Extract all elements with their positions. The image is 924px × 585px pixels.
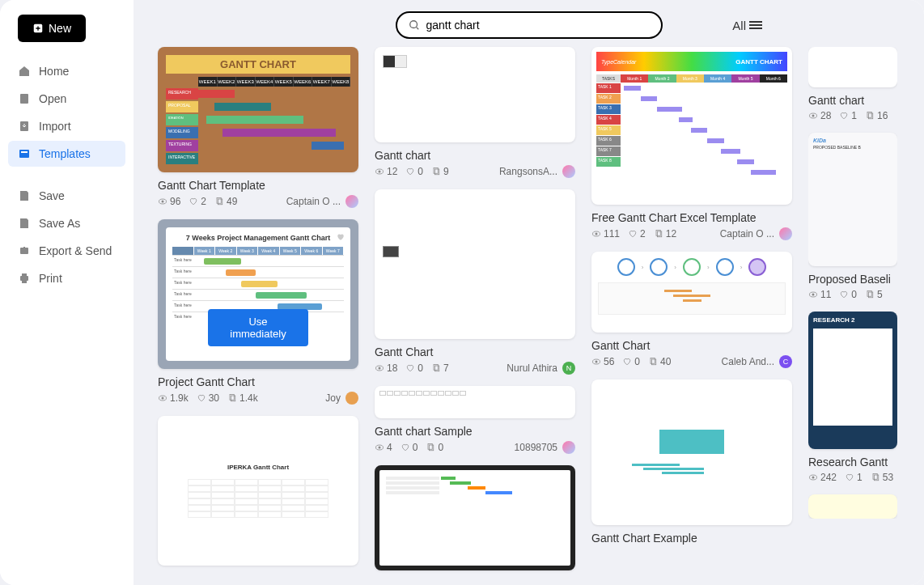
import-icon xyxy=(18,120,31,133)
search-input[interactable] xyxy=(426,19,650,32)
template-thumbnail xyxy=(375,465,575,570)
eye-icon xyxy=(158,393,167,403)
template-thumbnail: RESEARCH 2 xyxy=(808,312,897,449)
template-title: Gantt Chart Template xyxy=(158,179,358,192)
nav-export[interactable]: Export & Send xyxy=(8,238,125,264)
print-icon xyxy=(18,272,31,285)
copy-icon xyxy=(871,473,880,482)
svg-point-15 xyxy=(162,397,164,400)
copy-icon xyxy=(431,167,441,176)
eye-icon xyxy=(591,357,601,367)
nav-export-label: Export & Send xyxy=(39,244,112,257)
topbar: All xyxy=(134,3,924,47)
template-thumbnail: › › › › xyxy=(591,252,792,333)
template-card[interactable]: Gantt chart 28 1 16 xyxy=(808,47,897,121)
template-stats: 1.9k 30 1.4k xyxy=(158,392,258,404)
template-thumbnail xyxy=(375,386,575,418)
svg-rect-24 xyxy=(434,365,438,371)
template-card[interactable]: KiDa PROPOSED BASELINE B Proposed Baseli… xyxy=(808,133,897,300)
template-card[interactable] xyxy=(808,494,897,519)
svg-rect-48 xyxy=(873,474,877,480)
svg-rect-44 xyxy=(867,291,871,297)
nav-open-label: Open xyxy=(39,92,66,105)
svg-point-43 xyxy=(812,294,815,296)
svg-rect-32 xyxy=(656,231,660,236)
use-immediately-button[interactable]: Use immediately xyxy=(208,309,308,346)
avatar xyxy=(562,165,575,178)
eye-icon xyxy=(808,290,818,299)
save-as-icon xyxy=(18,217,31,230)
template-card[interactable]: › › › › Gantt Chart xyxy=(591,252,792,368)
thumb-title: IPERKA Gantt Chart xyxy=(227,464,289,471)
heart-icon xyxy=(401,443,410,452)
templates-icon xyxy=(18,147,31,160)
template-stats: 18 0 7 xyxy=(375,362,449,374)
template-stats: 56 0 40 xyxy=(591,356,671,367)
template-card[interactable]: IPERKA Gantt Chart xyxy=(158,416,358,566)
file-icon xyxy=(18,92,31,105)
nav-save-as[interactable]: Save As xyxy=(8,210,125,236)
template-author: Caleb And...C xyxy=(722,355,792,368)
template-title: Gantt chart Sample xyxy=(375,425,575,438)
plus-icon xyxy=(32,23,44,34)
copy-icon xyxy=(426,443,435,452)
template-card[interactable]: Gantt Chart 18 0 7 Nurul AthiraN xyxy=(375,189,575,375)
template-card[interactable]: Gantt chart 12 0 9 RangsonsA... xyxy=(375,47,575,178)
template-card[interactable] xyxy=(375,465,575,570)
menu-icon xyxy=(749,19,762,31)
template-stats: 11 0 5 xyxy=(808,289,883,300)
nav-templates[interactable]: Templates xyxy=(8,141,125,167)
copy-icon xyxy=(865,111,875,121)
svg-rect-7 xyxy=(22,273,27,276)
svg-rect-4 xyxy=(21,151,28,153)
template-card[interactable]: TypeCalendarGANTT CHART TASKSMonth 1Mont… xyxy=(591,47,792,240)
avatar xyxy=(562,441,575,454)
new-button[interactable]: New xyxy=(18,15,86,42)
template-stats: 96 2 49 xyxy=(158,196,237,207)
nav-print-label: Print xyxy=(39,272,62,285)
nav-save[interactable]: Save xyxy=(8,183,125,209)
template-thumbnail: KiDa PROPOSED BASELINE B xyxy=(808,133,897,266)
template-card[interactable]: GANTT CHART WEEK1WEEK2WEEK3WEEK4WEEK5WEE… xyxy=(158,47,358,208)
svg-rect-16 xyxy=(230,395,234,401)
app-container: New Home Open Import Templates Save Save… xyxy=(0,0,924,585)
search-box[interactable] xyxy=(396,11,663,39)
template-thumbnail: 7 Weeks Project Management Gantt Chart W… xyxy=(158,219,358,369)
svg-rect-41 xyxy=(869,113,873,119)
avatar xyxy=(779,227,792,240)
nav-print[interactable]: Print xyxy=(8,265,125,291)
favorite-icon[interactable] xyxy=(331,227,350,247)
template-thumbnail xyxy=(808,494,897,519)
heart-icon xyxy=(405,363,415,373)
search-icon xyxy=(409,19,420,31)
heart-icon xyxy=(839,290,849,299)
filter-all[interactable]: All xyxy=(732,19,762,32)
template-title: Gantt Chart xyxy=(375,345,575,358)
template-title: Project Gantt Chart xyxy=(158,375,358,388)
template-card-hover[interactable]: 7 Weeks Project Management Gantt Chart W… xyxy=(158,219,358,405)
nav-import-label: Import xyxy=(39,120,71,133)
svg-rect-6 xyxy=(20,276,28,281)
svg-point-11 xyxy=(162,201,164,203)
template-card[interactable]: RESEARCH 2 Research Gantt 242 1 53 xyxy=(808,312,897,483)
svg-rect-28 xyxy=(428,444,432,450)
template-thumbnail xyxy=(375,47,575,142)
heart-icon xyxy=(197,393,206,403)
nav-import[interactable]: Import xyxy=(8,113,125,139)
nav-home[interactable]: Home xyxy=(8,58,125,84)
heart-icon xyxy=(628,229,638,239)
svg-rect-21 xyxy=(435,169,439,175)
template-card[interactable]: Gantt Chart Example xyxy=(591,379,792,545)
nav-open[interactable]: Open xyxy=(8,86,125,112)
svg-rect-25 xyxy=(435,366,439,371)
template-stats: 4 0 0 xyxy=(375,442,443,453)
template-author: Captain O ... xyxy=(720,227,792,240)
copy-icon xyxy=(431,363,441,373)
heart-icon xyxy=(845,473,854,482)
svg-rect-36 xyxy=(651,358,655,364)
eye-icon xyxy=(158,197,167,206)
svg-point-39 xyxy=(812,115,815,117)
heart-icon xyxy=(405,167,415,176)
template-card[interactable]: Gantt chart Sample 4 0 0 10898705 xyxy=(375,386,575,454)
svg-point-27 xyxy=(379,447,381,449)
